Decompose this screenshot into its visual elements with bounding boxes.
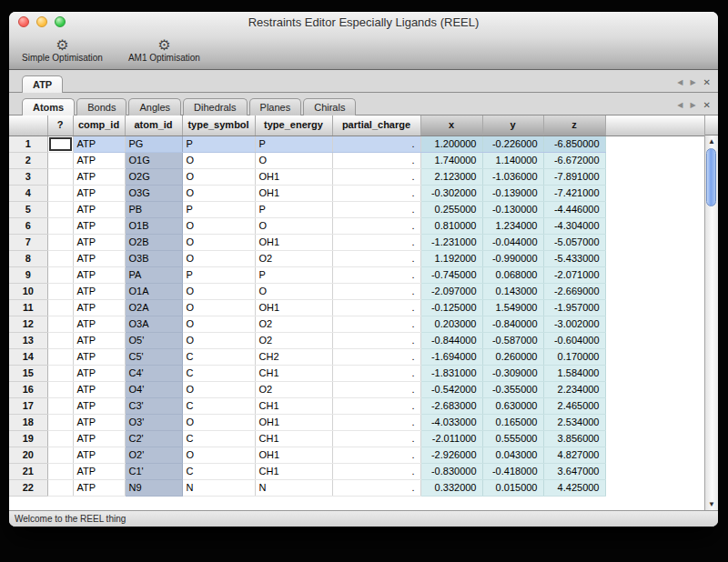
cell-x[interactable]: -2.683000	[420, 397, 482, 414]
cell-partial-charge[interactable]: .	[332, 185, 420, 201]
cell-type-energy[interactable]: OH1	[255, 414, 332, 430]
cell-partial-charge[interactable]: .	[332, 348, 420, 365]
cell-type-energy[interactable]: P	[255, 201, 332, 217]
cell-atom-id[interactable]: O3A	[125, 316, 182, 332]
tab-atoms[interactable]: Atoms	[22, 98, 75, 115]
cell-x[interactable]: 0.332000	[420, 479, 482, 496]
cell-type-symbol[interactable]: N	[182, 479, 255, 496]
cell-x[interactable]: 2.123000	[420, 168, 482, 185]
cell-z[interactable]: -4.304000	[543, 217, 605, 234]
cell-flag[interactable]	[47, 135, 73, 152]
cell-type-symbol[interactable]: P	[182, 135, 255, 152]
cell-comp-id[interactable]: ATP	[73, 348, 125, 365]
cell-comp-id[interactable]: ATP	[73, 397, 125, 414]
cell-type-symbol[interactable]: O	[182, 381, 255, 397]
cell-comp-id[interactable]: ATP	[73, 430, 125, 447]
cell-type-symbol[interactable]: O	[182, 168, 255, 185]
am1-optimisation-button[interactable]: ⚙ AM1 Optimisation	[128, 37, 200, 63]
column-header-atom-id[interactable]: atom_id	[125, 115, 182, 135]
cell-type-energy[interactable]: O	[255, 283, 332, 299]
cell-type-energy[interactable]: CH1	[255, 430, 332, 447]
flag-editor-box[interactable]	[49, 137, 72, 151]
tab-dihedrals[interactable]: Dihedrals	[183, 98, 247, 115]
cell-y[interactable]: -0.418000	[482, 463, 543, 479]
cell-z[interactable]: -5.057000	[543, 234, 605, 250]
cell-atom-id[interactable]: O2B	[125, 234, 182, 250]
row-number[interactable]: 6	[9, 217, 47, 234]
cell-flag[interactable]	[47, 234, 73, 250]
table-row[interactable]: 13ATPO5'OO2.-0.844000-0.587000-0.604000	[9, 332, 704, 348]
cell-z[interactable]: 3.856000	[543, 430, 605, 447]
cell-partial-charge[interactable]: .	[332, 168, 420, 185]
cell-x[interactable]: 1.192000	[420, 250, 482, 266]
cell-y[interactable]: 1.234000	[482, 217, 543, 234]
cell-x[interactable]: -0.302000	[420, 185, 482, 201]
cell-y[interactable]: -0.840000	[482, 316, 543, 332]
table-row[interactable]: 20ATPO2'OOH1.-2.9260000.0430004.827000	[9, 447, 704, 463]
table-row[interactable]: 10ATPO1AOO.-2.0970000.143000-2.669000	[9, 283, 704, 299]
cell-flag[interactable]	[47, 168, 73, 185]
cell-comp-id[interactable]: ATP	[73, 332, 125, 348]
cell-y[interactable]: 0.015000	[482, 479, 543, 496]
cell-z[interactable]: -2.669000	[543, 283, 605, 299]
cell-x[interactable]: -0.844000	[420, 332, 482, 348]
cell-comp-id[interactable]: ATP	[73, 250, 125, 266]
cell-flag[interactable]	[47, 397, 73, 414]
column-header-type-symbol[interactable]: type_symbol	[182, 115, 255, 135]
cell-type-energy[interactable]: CH1	[255, 397, 332, 414]
cell-partial-charge[interactable]: .	[332, 381, 420, 397]
table-row[interactable]: 19ATPC2'CCH1.-2.0110000.5550003.856000	[9, 430, 704, 447]
tab-close-icon[interactable]: ✕	[703, 101, 711, 110]
cell-flag[interactable]	[47, 447, 73, 463]
cell-y[interactable]: 0.630000	[482, 397, 543, 414]
cell-partial-charge[interactable]: .	[332, 283, 420, 299]
cell-x[interactable]: -0.830000	[420, 463, 482, 479]
cell-atom-id[interactable]: C2'	[125, 430, 182, 447]
cell-y[interactable]: -0.044000	[482, 234, 543, 250]
cell-partial-charge[interactable]: .	[332, 299, 420, 316]
cell-flag[interactable]	[47, 185, 73, 201]
cell-type-symbol[interactable]: O	[182, 283, 255, 299]
cell-partial-charge[interactable]: .	[332, 479, 420, 496]
cell-partial-charge[interactable]: .	[332, 463, 420, 479]
cell-z[interactable]: 3.647000	[543, 463, 605, 479]
cell-atom-id[interactable]: O1A	[125, 283, 182, 299]
cell-type-energy[interactable]: CH2	[255, 348, 332, 365]
cell-x[interactable]: -1.831000	[420, 365, 482, 381]
column-header-z[interactable]: z	[543, 115, 605, 135]
cell-comp-id[interactable]: ATP	[73, 266, 125, 283]
row-number[interactable]: 18	[9, 414, 47, 430]
cell-partial-charge[interactable]: .	[332, 414, 420, 430]
cell-type-energy[interactable]: OH1	[255, 168, 332, 185]
row-number[interactable]: 21	[9, 463, 47, 479]
cell-type-symbol[interactable]: C	[182, 348, 255, 365]
cell-comp-id[interactable]: ATP	[73, 135, 125, 152]
cell-type-symbol[interactable]: O	[182, 217, 255, 234]
cell-flag[interactable]	[47, 152, 73, 168]
tab-scroll-right-icon[interactable]: ▶	[690, 101, 695, 110]
cell-type-energy[interactable]: O2	[255, 381, 332, 397]
cell-type-symbol[interactable]: C	[182, 430, 255, 447]
table-row[interactable]: 5ATPPBPP.0.255000-0.130000-4.446000	[9, 201, 704, 217]
cell-z[interactable]: -0.604000	[543, 332, 605, 348]
cell-type-energy[interactable]: OH1	[255, 185, 332, 201]
title-bar[interactable]: Restraints Editor Especially Ligands (RE…	[9, 12, 718, 32]
scrollbar-track[interactable]: ▲ ▼	[705, 135, 718, 510]
table-row[interactable]: 4ATPO3GOOH1.-0.302000-0.139000-7.421000	[9, 185, 704, 201]
row-number[interactable]: 16	[9, 381, 47, 397]
cell-comp-id[interactable]: ATP	[73, 447, 125, 463]
cell-z[interactable]: 1.584000	[543, 365, 605, 381]
cell-x[interactable]: 0.203000	[420, 316, 482, 332]
cell-z[interactable]: -7.891000	[543, 168, 605, 185]
cell-x[interactable]: -4.033000	[420, 414, 482, 430]
column-header-x[interactable]: x	[420, 115, 482, 135]
cell-atom-id[interactable]: O1B	[125, 217, 182, 234]
row-number[interactable]: 3	[9, 168, 47, 185]
cell-x[interactable]: -0.542000	[420, 381, 482, 397]
cell-type-energy[interactable]: CH1	[255, 463, 332, 479]
row-number[interactable]: 17	[9, 397, 47, 414]
cell-y[interactable]: -0.139000	[482, 185, 543, 201]
cell-flag[interactable]	[47, 201, 73, 217]
cell-y[interactable]: -0.990000	[482, 250, 543, 266]
cell-type-energy[interactable]: P	[255, 266, 332, 283]
